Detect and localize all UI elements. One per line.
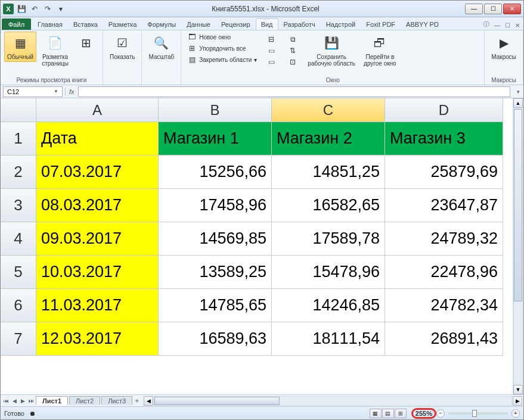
macro-record-icon[interactable]: ⏺ [29,410,36,417]
row-header[interactable]: 4 [1,222,36,256]
cell[interactable]: 23647,87 [385,189,503,222]
scroll-thumb[interactable] [514,109,522,301]
zoom-in-button[interactable]: + [511,409,520,418]
col-header-d[interactable]: D [385,98,503,122]
ribbon-close-icon[interactable]: ✕ [513,21,522,30]
freeze-panes-button[interactable]: ▤Закрепить области ▾ [185,54,259,65]
sheet-tab[interactable]: Лист3 [101,396,132,405]
cell[interactable]: 18111,54 [272,322,385,356]
hide-button[interactable]: ▭ [264,45,278,56]
scroll-thumb[interactable] [154,397,280,405]
scroll-down-button[interactable]: ▼ [513,385,523,394]
minimize-button[interactable]: — [465,4,483,14]
cell[interactable]: 07.03.2017 [36,155,159,189]
tab-review[interactable]: Рецензир [216,18,256,30]
scroll-left-button[interactable]: ◀ [144,396,153,406]
page-layout-view-icon[interactable]: ▤ [382,409,394,418]
tab-formulas[interactable]: Формулы [142,18,181,30]
select-all-corner[interactable] [1,98,36,122]
cell[interactable]: 17458,96 [159,189,272,222]
sync-scroll-button[interactable]: ⇅ [286,45,300,56]
close-button[interactable]: ✕ [503,4,521,14]
side-by-side-button[interactable]: ⧉ [286,34,300,45]
horizontal-scrollbar[interactable]: ◀ ▶ [142,395,523,406]
formula-expand-icon[interactable]: ▾ [513,89,523,95]
cell[interactable]: 16582,65 [272,189,385,222]
cell[interactable]: 08.03.2017 [36,189,159,222]
tab-next-icon[interactable]: ▶ [18,396,27,406]
tab-home[interactable]: Главная [32,18,68,30]
zoom-percent[interactable]: 255% [411,408,436,419]
cell[interactable]: Магазин 1 [159,122,272,155]
qat-dropdown-icon[interactable]: ▾ [55,4,66,14]
cell[interactable]: Магазин 3 [385,122,503,155]
cell[interactable]: 14851,25 [272,155,385,189]
ribbon-minimize-icon[interactable]: — [492,21,503,30]
cell[interactable]: 15256,66 [159,155,272,189]
col-header-c[interactable]: C [272,98,385,122]
new-sheet-icon[interactable]: ✳ [133,396,141,406]
tab-data[interactable]: Данные [181,18,216,30]
row-header[interactable]: 2 [1,155,36,189]
tab-file[interactable]: Файл [2,18,31,30]
normal-view-icon[interactable]: ▦ [370,409,382,418]
cell[interactable]: 10.03.2017 [36,256,159,289]
tab-abbyy[interactable]: ABBYY PD [401,18,444,30]
page-break-view-icon[interactable]: ⊞ [395,409,407,418]
scroll-up-button[interactable]: ▲ [513,98,523,108]
undo-icon[interactable]: ↶ [29,4,40,14]
tab-developer[interactable]: Разработч [278,18,321,30]
cell[interactable]: 25879,69 [385,155,503,189]
cell[interactable]: 14785,65 [159,289,272,322]
cell[interactable]: 11.03.2017 [36,289,159,322]
row-header[interactable]: 5 [1,256,36,289]
cell[interactable]: 26891,43 [385,322,503,356]
ribbon-help-icon[interactable]: ⓘ [481,19,492,30]
cell[interactable]: Магазин 2 [272,122,385,155]
cell[interactable]: 13589,25 [159,256,272,289]
cell[interactable]: Дата [36,122,159,155]
arrange-all-button[interactable]: ⊞Упорядочить все [185,43,259,54]
tab-prev-icon[interactable]: ◀ [10,396,18,406]
split-button[interactable]: ⊟ [264,34,278,45]
row-header[interactable]: 3 [1,189,36,222]
zoom-slider-thumb[interactable] [472,410,477,417]
sheet-tab-active[interactable]: Лист1 [36,396,68,405]
tab-view[interactable]: Вид [256,18,278,30]
new-window-button[interactable]: 🗔Новое окно [185,32,259,42]
save-workspace-button[interactable]: 💾 Сохранить рабочую область [305,32,358,69]
unhide-button[interactable]: ▭ [264,57,278,67]
fx-label[interactable]: fx [65,88,78,95]
sheet-tab[interactable]: Лист2 [69,396,100,405]
tab-foxit[interactable]: Foxit PDF [361,18,401,30]
tab-insert[interactable]: Вставка [68,18,103,30]
cell[interactable]: 14246,85 [272,289,385,322]
scroll-track[interactable] [154,396,512,406]
cell[interactable]: 24789,32 [385,222,503,256]
scroll-right-button[interactable]: ▶ [513,396,522,406]
zoom-button[interactable]: 🔍 Масштаб [145,32,177,62]
tab-last-icon[interactable]: ⏭ [27,396,35,406]
cell[interactable]: 12.03.2017 [36,322,159,356]
row-header[interactable]: 1 [1,122,36,155]
cell[interactable]: 15478,96 [272,256,385,289]
name-box[interactable]: C12 ▼ [3,86,63,97]
reset-pos-button[interactable]: ⊡ [286,57,300,67]
col-header-a[interactable]: A [36,98,159,122]
name-box-dropdown-icon[interactable]: ▼ [54,89,58,94]
maximize-button[interactable]: ☐ [484,4,502,14]
row-header[interactable]: 7 [1,322,36,356]
cell[interactable]: 24782,34 [385,289,503,322]
ribbon-restore-icon[interactable]: ☐ [503,21,513,30]
save-icon[interactable]: 💾 [16,4,27,14]
cell[interactable]: 09.03.2017 [36,222,159,256]
vertical-scrollbar[interactable]: ▲ ▼ [513,98,523,394]
formula-input[interactable] [78,86,510,97]
scroll-track[interactable] [513,108,523,384]
cell[interactable]: 17589,78 [272,222,385,256]
show-button[interactable]: ☑ Показать [107,32,138,62]
tab-addins[interactable]: Надстрой [321,18,361,30]
switch-window-button[interactable]: 🗗 Перейти в другое окно [361,32,399,69]
page-break-button[interactable]: ⊞ [74,32,99,55]
page-layout-button[interactable]: 📄 Разметка страницы [39,32,72,69]
